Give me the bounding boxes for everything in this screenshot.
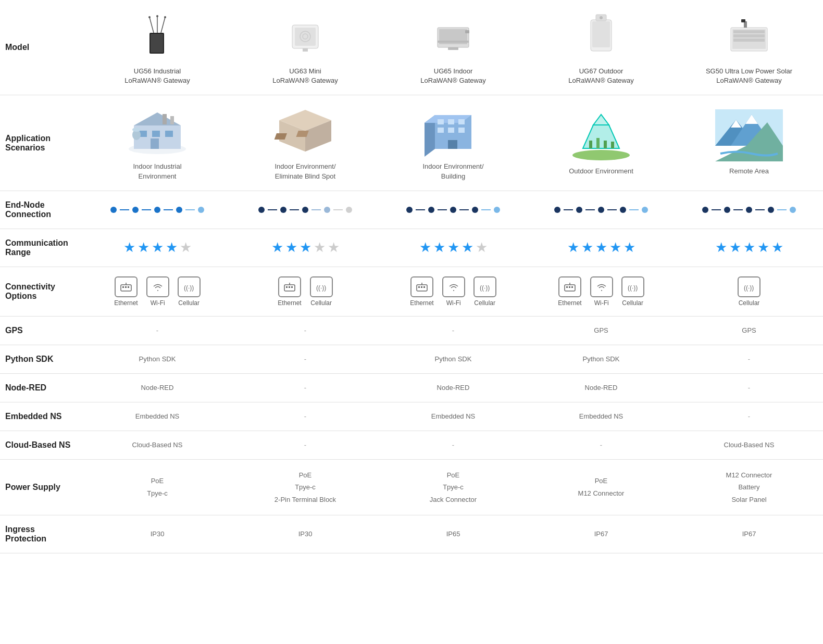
svg-rect-59	[589, 141, 592, 148]
connectivity-row: ConnectivityOptions Ethernet Wi-Fi	[0, 267, 823, 316]
dot	[450, 207, 456, 213]
star-1: ★	[271, 239, 283, 256]
power-supply-value-ug56: PoETpye-c	[89, 475, 226, 499]
stars-ug56: ★ ★ ★ ★ ★	[89, 239, 226, 256]
cloud-ns-value-ug67: -	[532, 441, 670, 449]
dot	[702, 207, 708, 213]
svg-rect-83	[421, 286, 422, 288]
wifi-label: Wi-Fi	[446, 299, 461, 307]
svg-rect-35	[163, 114, 167, 124]
cellular-item-ug56: ((·)) Cellular	[178, 276, 201, 307]
gps-col-ug63: -	[231, 316, 379, 345]
node-red-col-ug65: Node-RED	[379, 373, 527, 402]
embedded-ns-value-ug56: Embedded NS	[89, 412, 226, 420]
python-sdk-col-ug65: Python SDK	[379, 345, 527, 373]
power-supply-col-sg50: M12 ConnectorBatterySolar Panel	[675, 459, 823, 515]
app-scenarios-label: ApplicationScenarios	[0, 95, 83, 191]
node-red-row: Node-RED Node-RED - Node-RED Node-RED -	[0, 373, 823, 402]
scenario-col-ug65: Indoor Environment/Building	[379, 95, 527, 191]
dot	[790, 207, 796, 213]
dot	[198, 207, 204, 213]
ethernet-icon	[410, 276, 433, 297]
ethernet-icon	[278, 276, 301, 297]
scenario-label-ug56: Indoor IndustrialEnvironment	[89, 162, 226, 181]
connectivity-col-ug56: Ethernet Wi-Fi ((·)) Cellular	[83, 267, 231, 316]
svg-rect-26	[733, 39, 765, 42]
cellular-label: Cellular	[474, 299, 495, 307]
cloud-ns-value-sg50: Cloud-Based NS	[680, 441, 818, 449]
scenario-label-ug63: Indoor Environment/Eliminate Blind Spot	[236, 162, 374, 181]
ingress-protection-value-sg50: IP67	[680, 530, 818, 538]
star-3: ★	[743, 239, 755, 256]
embedded-ns-value-ug63: -	[236, 412, 374, 420]
wifi-item-ug67: Wi-Fi	[590, 276, 613, 307]
comm-range-col-sg50: ★ ★ ★ ★ ★	[675, 229, 823, 267]
svg-rect-1	[151, 34, 163, 53]
star-2: ★	[433, 239, 445, 256]
wifi-label: Wi-Fi	[594, 299, 609, 307]
product-name-ug67: UG67 OutdoorLoRaWAN® Gateway	[532, 67, 670, 85]
cellular-label: Cellular	[310, 299, 332, 307]
dot	[110, 207, 117, 213]
svg-rect-24	[733, 30, 765, 33]
node-red-value-ug65: Node-RED	[384, 384, 522, 392]
star-2: ★	[729, 239, 741, 256]
scenario-image-sg50	[715, 109, 783, 161]
cellular-item-ug65: ((·)) Cellular	[473, 276, 496, 307]
product-name-ug63: UG63 MiniLoRaWAN® Gateway	[236, 67, 374, 85]
node-red-label: Node-RED	[0, 373, 83, 402]
embedded-ns-value-ug65: Embedded NS	[384, 412, 522, 420]
power-supply-row: Power Supply PoETpye-c PoETpye-c2-Pin Te…	[0, 459, 823, 515]
cellular-icon: ((·))	[738, 276, 760, 297]
embedded-ns-value-sg50: -	[680, 412, 818, 420]
comm-range-row: CommunicationRange ★ ★ ★ ★ ★ ★ ★ ★ ★ ★	[0, 229, 823, 267]
connectivity-icons-ug63: Ethernet ((·)) Cellular	[236, 276, 374, 307]
scenario-col-ug67: Outdoor Environment	[527, 95, 675, 191]
star-3: ★	[595, 239, 607, 256]
node-red-col-ug63: -	[231, 373, 379, 402]
product-col-ug63: UG63 MiniLoRaWAN® Gateway	[231, 0, 379, 95]
ethernet-item-ug56: Ethernet	[114, 276, 138, 307]
endnode-dots-sg50	[680, 207, 818, 213]
svg-text:((·)): ((·))	[744, 284, 754, 292]
connectivity-col-sg50: ((·)) Cellular	[675, 267, 823, 316]
product-name-ug56: UG56 IndustrialLoRaWAN® Gateway	[89, 67, 226, 85]
ethernet-icon	[558, 276, 581, 297]
embedded-ns-col-ug56: Embedded NS	[83, 402, 231, 431]
svg-rect-34	[165, 131, 173, 137]
cloud-ns-col-ug67: -	[527, 431, 675, 459]
product-image-sg50	[718, 9, 780, 61]
product-col-ug65: UG65 IndoorLoRaWAN® Gateway	[379, 0, 527, 95]
svg-rect-25	[733, 34, 765, 37]
python-sdk-col-sg50: -	[675, 345, 823, 373]
stars-ug63: ★ ★ ★ ★ ★	[236, 239, 374, 256]
svg-rect-36	[170, 116, 174, 124]
ingress-protection-value-ug67: IP67	[532, 530, 670, 538]
svg-rect-12	[303, 48, 308, 52]
connectivity-label: ConnectivityOptions	[0, 267, 83, 316]
gps-value-ug63: -	[236, 326, 374, 334]
cellular-item-ug67: ((·)) Cellular	[621, 276, 644, 307]
ethernet-item-ug63: Ethernet	[278, 276, 301, 307]
gps-row: GPS - - - GPS GPS	[0, 316, 823, 345]
scenario-image-ug56	[123, 105, 191, 157]
gps-value-sg50: GPS	[680, 326, 818, 334]
star-1: ★	[715, 239, 727, 256]
dot	[176, 207, 182, 213]
comm-range-col-ug56: ★ ★ ★ ★ ★	[83, 229, 231, 267]
gps-col-ug65: -	[379, 316, 527, 345]
star-3: ★	[447, 239, 459, 256]
endnode-col-ug65	[379, 191, 527, 229]
dot	[472, 207, 478, 213]
connectivity-icons-ug67: Ethernet Wi-Fi ((·)) Cellular	[532, 276, 670, 307]
cellular-item-sg50: ((·)) Cellular	[738, 276, 760, 307]
scenario-image-ug65	[419, 105, 487, 157]
node-red-col-sg50: -	[675, 373, 823, 402]
embedded-ns-col-ug63: -	[231, 402, 379, 431]
svg-rect-77	[289, 286, 290, 288]
ethernet-label: Ethernet	[558, 299, 581, 307]
svg-rect-52	[438, 128, 444, 133]
cloud-ns-col-ug63: -	[231, 431, 379, 459]
dot	[494, 207, 500, 213]
wifi-icon	[442, 276, 465, 297]
